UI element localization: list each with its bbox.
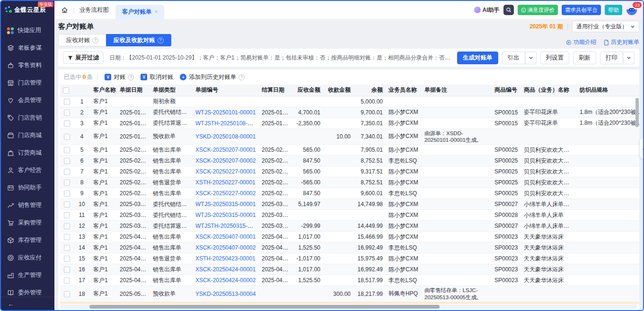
bill-number-link[interactable]: XSCK-20250207-00001 bbox=[195, 147, 256, 153]
sidebar-item-idcard[interactable]: 协同助手 bbox=[1, 179, 54, 197]
sidebar-item-bag[interactable]: 订货商城 bbox=[1, 144, 54, 162]
column-settings-button[interactable]: 列设置 bbox=[540, 52, 570, 64]
export-dropdown-button[interactable] bbox=[525, 52, 537, 64]
bill-number-link[interactable]: XSCK-20250424-00001 bbox=[195, 266, 256, 273]
help-circle-icon[interactable]: ? bbox=[238, 74, 245, 80]
bill-number-link[interactable]: XSCK-20250227-00001 bbox=[195, 168, 256, 175]
bill-number-link[interactable]: XSTH-20250423-00001 bbox=[195, 255, 256, 262]
bill-number-link[interactable]: XSCK-20250424-00002 bbox=[195, 277, 256, 284]
row-checkbox[interactable] bbox=[64, 99, 70, 105]
bill-number-link[interactable]: XSTH-20250227-00001 bbox=[195, 179, 256, 186]
collapse-arrow-icon: ← bbox=[8, 300, 14, 308]
horizontal-scrollbar-thumb[interactable] bbox=[89, 305, 440, 309]
industry-selector[interactable]: 通用行业（专业版） bbox=[572, 21, 639, 32]
tab-receivable[interactable]: 应收对账 ? bbox=[58, 34, 106, 46]
sidebar-item-cart[interactable]: 采购管理 bbox=[1, 214, 54, 232]
horizontal-scrollbar[interactable] bbox=[60, 304, 637, 309]
bill-number-link[interactable]: XSCK-20250407-00002 bbox=[195, 244, 256, 251]
expand-filter-button[interactable]: 展开过滤 bbox=[63, 52, 104, 64]
row-checkbox[interactable] bbox=[64, 201, 70, 207]
row-checkbox[interactable] bbox=[64, 134, 70, 140]
sidebar-item-apps-grid[interactable]: 快捷应用 bbox=[1, 22, 54, 39]
row-checkbox[interactable] bbox=[64, 223, 70, 229]
sidebar-item-coin[interactable]: 应收应付 bbox=[1, 249, 54, 267]
help-circle-icon[interactable]: ? bbox=[158, 37, 164, 43]
cocreate-button[interactable]: 需求共创平台 bbox=[562, 5, 601, 15]
cell-check bbox=[60, 286, 73, 302]
satisfaction-button[interactable]: 满意度评价 bbox=[518, 5, 558, 15]
row-checkbox[interactable] bbox=[64, 169, 70, 175]
bill-number-link[interactable]: XSCK-20250227-00002 bbox=[195, 190, 256, 197]
cell-product_name: 天天豪华沐浴床 bbox=[521, 264, 577, 275]
row-checkbox[interactable] bbox=[64, 277, 70, 284]
row-checkbox[interactable] bbox=[64, 147, 70, 153]
bill-number-link[interactable]: WTJS-20250315-00001 bbox=[195, 212, 256, 218]
row-checkbox[interactable] bbox=[64, 267, 70, 273]
sidebar-item-mall[interactable]: 门店商城 bbox=[1, 127, 54, 144]
feature-intro-link[interactable]: 功能介绍 bbox=[566, 38, 596, 46]
bill-number-link[interactable]: WTJSTH-20250108-00001 bbox=[195, 120, 259, 127]
print-dropdown-button[interactable] bbox=[623, 52, 635, 64]
sidebar-item-cube[interactable]: 库存管理 bbox=[1, 232, 54, 249]
accounting-period[interactable]: 2025年 01 期 bbox=[529, 23, 563, 31]
help-circle-icon[interactable]: ? bbox=[128, 74, 134, 80]
sidebar-item-customer[interactable]: 客户经营 bbox=[1, 162, 54, 179]
cell-received bbox=[323, 199, 353, 210]
cell-product_no: SP00025 bbox=[492, 166, 521, 177]
bill-number-link[interactable]: WTJSTH-20250315-00002 bbox=[195, 223, 259, 229]
refresh-button[interactable]: 刷新 bbox=[573, 52, 596, 64]
ai-assistant-button[interactable]: AI助手 bbox=[474, 6, 500, 14]
generate-statement-button[interactable]: 生成对账单 bbox=[457, 52, 498, 64]
export-button[interactable]: 引出 bbox=[502, 52, 525, 64]
sidebar-collapse-button[interactable]: ← bbox=[1, 297, 54, 310]
vertical-scrollbar[interactable] bbox=[635, 98, 639, 304]
sidebar-item-store[interactable]: 门店管理 bbox=[1, 74, 54, 92]
home-icon[interactable] bbox=[61, 7, 68, 14]
sidebar-item-factory[interactable]: 生产管理 bbox=[1, 267, 54, 284]
bill-number-link[interactable]: XSCK-20250407-00001 bbox=[195, 233, 256, 240]
vertical-scrollbar-thumb[interactable] bbox=[635, 98, 639, 127]
row-checkbox[interactable] bbox=[64, 121, 70, 127]
cancel-reconcile-button[interactable]: ¥ 取消对账 bbox=[141, 73, 173, 81]
sidebar-item-basket[interactable]: 零售资料 bbox=[1, 57, 54, 74]
add-to-history-button[interactable]: + 添加到历史对账单 ? bbox=[180, 73, 245, 81]
sidebar-item-member[interactable]: 会员管理 bbox=[1, 92, 54, 109]
bill-number-link[interactable]: XSCK-20250207-00002 bbox=[195, 157, 256, 164]
tab-receivable-and-collection[interactable]: 应收及收款对账 ? bbox=[106, 34, 171, 46]
bill-number-link[interactable]: WTJS-20250315-00001 bbox=[195, 201, 256, 207]
row-checkbox[interactable] bbox=[64, 245, 70, 251]
user-avatar[interactable]: 23 bbox=[626, 4, 637, 16]
help-circle-icon[interactable]: ? bbox=[92, 37, 98, 43]
row-checkbox[interactable] bbox=[64, 234, 70, 240]
sidebar-item-trend[interactable]: 销售管理 bbox=[1, 197, 54, 214]
close-tab-icon[interactable]: × bbox=[154, 9, 158, 15]
sidebar-item-tag[interactable]: 门店营销 bbox=[1, 109, 54, 127]
row-checkbox[interactable] bbox=[64, 256, 70, 262]
history-statement-link[interactable]: 历史对账单 bbox=[604, 38, 639, 46]
layers-icon bbox=[7, 44, 14, 52]
row-checkbox[interactable] bbox=[64, 212, 70, 218]
cell-spec: 1.8m（适合200*230被芯） bbox=[577, 118, 639, 129]
sidebar-item-book[interactable]: 委外管理 bbox=[1, 284, 54, 297]
search-button[interactable] bbox=[503, 5, 514, 15]
customer-icon bbox=[7, 167, 14, 174]
row-checkbox[interactable] bbox=[64, 110, 70, 116]
bill-number-link[interactable]: WTJS-20250101-00001 bbox=[195, 109, 256, 116]
print-button[interactable]: 打印 bbox=[600, 52, 623, 64]
reconcile-button[interactable]: ¥ 对账 ? bbox=[105, 73, 134, 81]
row-checkbox[interactable] bbox=[64, 291, 70, 297]
panel-collapse-handle[interactable]: ‹ bbox=[640, 138, 644, 159]
bill-number-link[interactable]: YSKD-20250513-00004 bbox=[195, 291, 256, 297]
row-checkbox[interactable] bbox=[64, 190, 70, 197]
row-checkbox[interactable] bbox=[64, 158, 70, 164]
main-area: ‹ 客户对账单 2025年 01 期 | 通用行业（专业版） 应收对账 ? bbox=[54, 19, 643, 310]
row-checkbox[interactable] bbox=[64, 180, 70, 186]
cell-type: 销售出库单 bbox=[150, 166, 193, 177]
cell-spec bbox=[577, 242, 639, 253]
tab-business-flow[interactable]: 业务流程图 bbox=[79, 6, 109, 14]
sidebar-item-layers[interactable]: 老板参谋 bbox=[1, 39, 54, 57]
bill-number-link[interactable]: YSKD-20250108-00001 bbox=[195, 133, 256, 140]
help-button[interactable]: 帮助 bbox=[605, 5, 622, 15]
select-all-checkbox[interactable] bbox=[63, 87, 69, 94]
tab-customer-statement[interactable]: 客户对账单 × bbox=[115, 5, 165, 19]
